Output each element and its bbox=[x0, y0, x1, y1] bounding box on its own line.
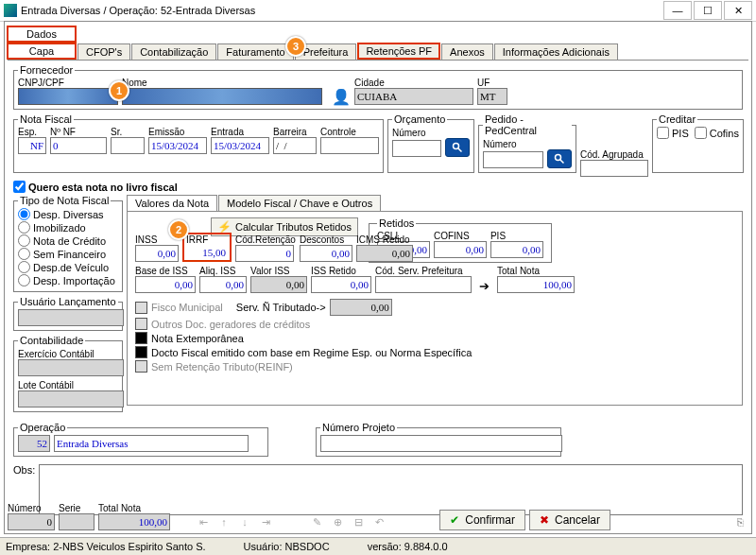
footer-bar: Número Serie Total Nota ⇤ ↑ ↓ ⇥ ✎ ⊕ ⊟ ↶ … bbox=[8, 502, 748, 530]
ped-num-field[interactable] bbox=[483, 151, 543, 168]
button-calcular-tributos[interactable]: ⚡Calcular Tributos Retidos bbox=[211, 217, 358, 236]
group-contabilidade: Contabilidade Exercício Contábil Lote Co… bbox=[13, 335, 123, 412]
nav-first-icon[interactable]: ⇤ bbox=[195, 513, 212, 530]
svg-point-0 bbox=[454, 144, 459, 149]
legend-fornecedor: Fornecedor bbox=[18, 64, 75, 76]
lbl-extemp: Nota Extemporânea bbox=[151, 333, 244, 344]
maximize-button[interactable]: ☐ bbox=[694, 1, 722, 20]
radio-desp-diversas[interactable]: Desp. Diversas bbox=[18, 208, 118, 220]
cofins-field[interactable] bbox=[434, 241, 487, 258]
lbl-cidade: Cidade bbox=[354, 78, 473, 88]
codret-field[interactable] bbox=[235, 245, 294, 262]
group-fornecedor: Fornecedor CNPJ/CPF Nome x 👤 Cidade UF bbox=[13, 64, 743, 110]
svg-point-2 bbox=[556, 155, 561, 161]
lbl-inss: INSS bbox=[135, 234, 179, 245]
radio-imobilizado[interactable]: Imobilizado bbox=[18, 221, 118, 234]
orc-num-field[interactable] bbox=[392, 140, 441, 157]
check-extemp[interactable] bbox=[135, 332, 147, 344]
check-pis[interactable]: PIS bbox=[657, 127, 689, 139]
nav-next-icon[interactable]: ↓ bbox=[236, 513, 253, 530]
radio-desp-importacao[interactable]: Desp. Importação bbox=[18, 274, 118, 286]
lbl-irrf: IRRF bbox=[186, 234, 228, 245]
orc-search-button[interactable] bbox=[445, 138, 470, 157]
lbl-outros: Outros Doc. geradores de créditos bbox=[151, 319, 310, 330]
tab-info-adicionais[interactable]: Informações Adicionais bbox=[494, 43, 618, 60]
svg-line-3 bbox=[560, 160, 564, 164]
baseiss-field[interactable] bbox=[135, 276, 196, 293]
nnf-field[interactable] bbox=[50, 137, 107, 154]
projeto-field[interactable] bbox=[320, 435, 562, 452]
main-frame: Dados Capa CFOP's Contabilização Faturam… bbox=[4, 21, 752, 534]
irrf-field[interactable] bbox=[186, 245, 228, 260]
subtab-modelo[interactable]: Modelo Fiscal / Chave e Outros bbox=[218, 195, 381, 211]
lbl-nnf: Nº NF bbox=[50, 127, 107, 137]
lbl-nome: Nome bbox=[122, 78, 322, 88]
check-livro-fiscal[interactable]: Quero esta nota no livro fiscal bbox=[13, 181, 743, 193]
nav-last-icon[interactable]: ⇥ bbox=[257, 513, 274, 530]
check-cofins[interactable]: Cofins bbox=[695, 127, 739, 139]
legend-oper: Operação bbox=[18, 422, 67, 433]
tab-anexos[interactable]: Anexos bbox=[441, 43, 493, 60]
ftr-lbl-total: Total Nota bbox=[98, 503, 170, 513]
lbl-cnpj: CNPJ/CPF bbox=[18, 78, 118, 88]
x-icon: ✖ bbox=[540, 513, 549, 527]
radio-sem-financeiro[interactable]: Sem Financeiro bbox=[18, 248, 118, 260]
lbl-entrada: Entrada bbox=[211, 127, 269, 137]
radio-nota-credito[interactable]: Nota de Crédito bbox=[18, 234, 118, 247]
entrada-field[interactable] bbox=[211, 137, 269, 154]
tab-dados[interactable]: Dados bbox=[7, 26, 77, 43]
ped-search-button[interactable] bbox=[547, 149, 572, 168]
agrupada-field[interactable] bbox=[580, 160, 648, 177]
tab-capa[interactable]: Capa bbox=[7, 43, 77, 60]
desc-field[interactable] bbox=[300, 245, 352, 262]
lbl-ped-num: Número bbox=[483, 139, 517, 149]
controle-field[interactable] bbox=[320, 137, 379, 154]
usuario-field bbox=[18, 309, 124, 326]
check-icon: ✔ bbox=[450, 513, 459, 527]
lbl-semret: Sem Retenção Tributo(REINF) bbox=[151, 361, 293, 373]
inss-field[interactable] bbox=[135, 245, 179, 262]
close-button[interactable]: ✕ bbox=[724, 1, 752, 20]
nav-prev-icon[interactable]: ↑ bbox=[215, 513, 232, 530]
tool-icon-3[interactable]: ⊟ bbox=[350, 513, 367, 530]
esp-field[interactable] bbox=[18, 137, 46, 154]
tab-contabilizacao[interactable]: Contabilização bbox=[131, 43, 216, 60]
status-bar: Empresa: 2-NBS Veiculos Espirito Santo S… bbox=[0, 537, 756, 555]
pis-field[interactable] bbox=[490, 241, 543, 258]
tool-icon-4[interactable]: ↶ bbox=[370, 513, 387, 530]
emissao-field[interactable] bbox=[148, 137, 207, 154]
minimize-button[interactable]: — bbox=[663, 1, 692, 20]
tab-prefeitura[interactable]: Prefeitura bbox=[295, 43, 357, 60]
totalnota-field[interactable] bbox=[497, 276, 575, 293]
legend-nf: Nota Fiscal bbox=[18, 113, 74, 125]
check-docto[interactable] bbox=[135, 346, 147, 358]
legend-cont: Contabilidade bbox=[18, 335, 85, 346]
uf-field[interactable] bbox=[477, 88, 507, 105]
issret-field[interactable] bbox=[311, 276, 371, 293]
tab-retencoes-pf[interactable]: Retenções PF bbox=[357, 43, 440, 60]
subtab-valores[interactable]: Valores da Nota bbox=[127, 195, 217, 211]
cidade-field[interactable] bbox=[354, 88, 473, 105]
oper-desc-field[interactable] bbox=[54, 435, 249, 452]
tab-cfops[interactable]: CFOP's bbox=[77, 43, 130, 60]
exercicio-field bbox=[18, 359, 124, 376]
codserv-field[interactable] bbox=[375, 276, 472, 293]
button-cancelar[interactable]: ✖Cancelar bbox=[529, 510, 610, 530]
aliqiss-field[interactable] bbox=[199, 276, 247, 293]
legend-retidos: Retidos bbox=[377, 217, 416, 229]
tool-icon-1[interactable]: ✎ bbox=[308, 513, 325, 530]
radio-desp-veiculo[interactable]: Desp.de Veículo bbox=[18, 261, 118, 273]
button-confirmar[interactable]: ✔Confirmar bbox=[439, 510, 525, 530]
lbl-controle: Controle bbox=[320, 127, 379, 137]
tool-icon-2[interactable]: ⊕ bbox=[329, 513, 346, 530]
servnt-field bbox=[330, 299, 392, 316]
check-semret bbox=[135, 360, 147, 373]
sr-field[interactable] bbox=[111, 137, 145, 154]
nome-field[interactable] bbox=[122, 88, 322, 105]
barreira-field[interactable] bbox=[273, 137, 317, 154]
tab-faturamento[interactable]: Faturamento bbox=[217, 43, 293, 60]
cnpj-field[interactable] bbox=[18, 88, 118, 105]
exit-icon[interactable]: ⎘ bbox=[731, 513, 748, 530]
legend-usu: Usuário Lançamento bbox=[18, 296, 118, 307]
lightning-icon: ⚡ bbox=[217, 220, 232, 234]
